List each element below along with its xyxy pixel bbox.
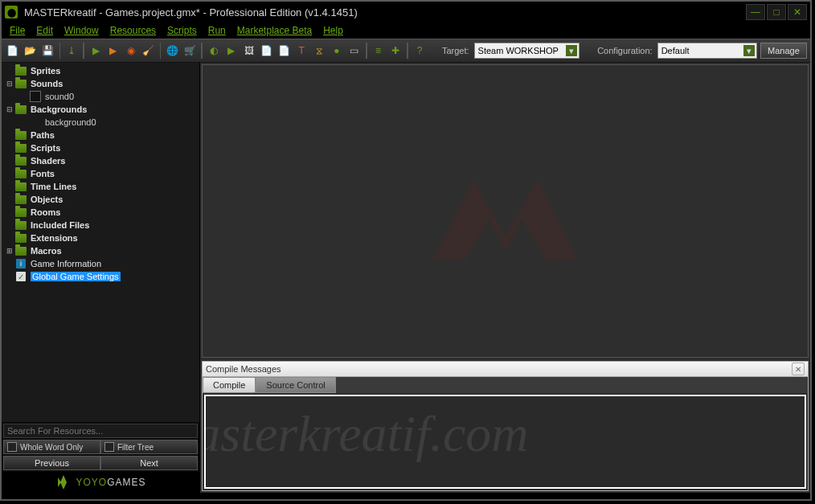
watermark-logo	[385, 131, 626, 292]
tree-fonts[interactable]: Fonts	[2, 167, 199, 180]
target-label: Target:	[442, 46, 469, 55]
debug-icon[interactable]: ▶	[105, 42, 121, 59]
timeline-icon[interactable]: ⧖	[311, 42, 327, 59]
tab-source-control[interactable]: Source Control	[256, 377, 335, 393]
close-button[interactable]: ✕	[788, 4, 807, 20]
target-value: Steam WORKSHOP	[478, 46, 559, 55]
tree-objects[interactable]: Objects	[2, 193, 199, 206]
filter-tree-checkbox[interactable]: Filter Tree	[100, 440, 198, 454]
menu-resources[interactable]: Resources	[110, 25, 156, 36]
tree-sounds[interactable]: ⊟Sounds	[2, 77, 199, 90]
watermark-text: masterkreatif.com	[204, 404, 529, 464]
sprite-icon[interactable]: ◐	[206, 42, 222, 59]
script-icon[interactable]: 📄	[276, 42, 292, 59]
tree-backgrounds[interactable]: ⊟Backgrounds	[2, 103, 199, 116]
new-project-icon[interactable]: 📄	[5, 42, 21, 59]
whole-word-checkbox[interactable]: Whole Word Only	[3, 440, 100, 454]
tree-scripts[interactable]: Scripts	[2, 141, 199, 154]
menubar: File Edit Window Resources Scripts Run M…	[2, 23, 810, 39]
run-icon[interactable]: ▶	[88, 42, 104, 59]
search-input[interactable]	[3, 424, 198, 438]
close-panel-icon[interactable]: ✕	[792, 363, 805, 375]
marketplace-icon[interactable]: 🛒	[182, 42, 198, 59]
workspace[interactable]	[202, 64, 809, 358]
menu-file[interactable]: File	[10, 25, 25, 36]
add-icon[interactable]: ✚	[387, 42, 403, 59]
tree-shaders[interactable]: Shaders	[2, 154, 199, 167]
tree-timelines[interactable]: Time Lines	[2, 180, 199, 193]
room-icon[interactable]: ▭	[346, 42, 362, 59]
tree-paths[interactable]: Paths	[2, 129, 199, 141]
menu-marketplace[interactable]: Marketplace Beta	[237, 25, 312, 36]
menu-scripts[interactable]: Scripts	[167, 25, 197, 36]
clean-icon[interactable]: 🧹	[141, 42, 157, 59]
manage-button[interactable]: Manage	[760, 43, 807, 59]
object-icon[interactable]: ●	[329, 42, 345, 59]
compile-output[interactable]: masterkreatif.com	[204, 395, 806, 489]
config-value: Default	[661, 46, 690, 55]
config-label: Configuration:	[597, 46, 653, 55]
open-icon[interactable]: 📂	[23, 42, 39, 59]
path-icon[interactable]: 📄	[259, 42, 275, 59]
tab-compile[interactable]: Compile	[203, 377, 256, 393]
tree-sprites[interactable]: Sprites	[2, 64, 199, 77]
compile-header: Compile Messages	[206, 364, 281, 374]
menu-window[interactable]: Window	[64, 25, 99, 36]
background-icon[interactable]: 🖼	[241, 42, 257, 59]
tree-included[interactable]: Included Files	[2, 219, 199, 232]
tree-background0[interactable]: background0	[2, 116, 199, 129]
tree-sound0[interactable]: sound0	[2, 90, 199, 103]
stop-icon[interactable]: ◉	[123, 42, 139, 59]
app-icon: ⬤	[5, 6, 18, 18]
menu-run[interactable]: Run	[208, 25, 226, 36]
font-icon[interactable]: T	[293, 42, 309, 59]
tree-extensions[interactable]: Extensions	[2, 232, 199, 244]
list-icon[interactable]: ≡	[371, 42, 387, 59]
yoyo-logo: YOYOGAMES	[2, 472, 199, 493]
help-icon[interactable]: ?	[412, 42, 428, 59]
tree-rooms[interactable]: Rooms	[2, 206, 199, 219]
chevron-down-icon: ▾	[743, 45, 755, 56]
config-select[interactable]: Default ▾	[657, 43, 757, 59]
export-icon[interactable]: ⤓	[63, 42, 80, 59]
sound-icon[interactable]: ▶	[223, 42, 240, 59]
target-select[interactable]: Steam WORKSHOP ▾	[474, 43, 580, 59]
compile-panel: Compile Messages ✕ Compile Source Contro…	[202, 361, 809, 491]
menu-help[interactable]: Help	[323, 25, 343, 36]
tree-gameinfo[interactable]: iGame Information	[2, 257, 199, 270]
next-button[interactable]: Next	[100, 456, 198, 470]
tree-macros[interactable]: ⊞Macros	[2, 244, 199, 257]
previous-button[interactable]: Previous	[3, 456, 100, 470]
resource-tree[interactable]: Sprites ⊟Sounds sound0 ⊟Backgrounds back…	[2, 63, 199, 422]
window-title: MASTERkreatif - Games.project.gmx* - Pro…	[24, 6, 746, 18]
toolbar: 📄 📂 💾 ⤓ ▶ ▶ ◉ 🧹 🌐 🛒 ◐ ▶ 🖼 📄 📄 T ⧖ ● ▭ ≡ …	[2, 39, 810, 63]
save-icon[interactable]: 💾	[40, 42, 56, 59]
maximize-button[interactable]: □	[767, 4, 786, 20]
minimize-button[interactable]: —	[746, 4, 765, 20]
web-icon[interactable]: 🌐	[164, 42, 180, 59]
chevron-down-icon: ▾	[566, 45, 577, 56]
menu-edit[interactable]: Edit	[36, 25, 53, 36]
tree-global-game-settings[interactable]: ✓Global Game Settings	[2, 270, 199, 283]
